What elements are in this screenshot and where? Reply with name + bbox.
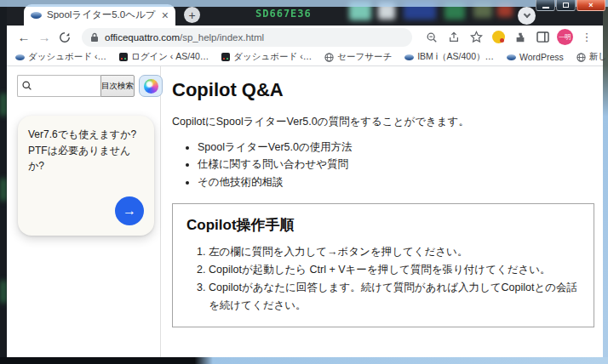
browser-tab[interactable]: Spoolライター5.0ヘルプ × (24, 4, 175, 26)
extensions-puzzle-icon[interactable] (511, 28, 530, 47)
window-frame-bottom (0, 357, 608, 364)
disc-favicon-icon (507, 54, 516, 60)
window-title-glass-strip (0, 0, 608, 7)
bookmark-item[interactable]: ダッシュボード ‹… (15, 51, 106, 63)
background-terminal-text: SD667E36 (255, 8, 312, 20)
zoom-icon[interactable] (422, 28, 441, 47)
terminal-glow (1, 179, 6, 201)
dark-app-favicon-icon (119, 53, 128, 61)
help-article: Copilot Q&A CopilotにSpoolライターVer5.0の質問をす… (161, 66, 603, 357)
procedure-step: Copilotが起動したら Ctrl + Vキーを押して質問を張り付けてください… (209, 261, 580, 279)
procedure-title: Copilot操作手順 (186, 215, 580, 235)
background-app-left-edge (0, 0, 7, 364)
desktop: SD667E36 Spoolライター5.0ヘルプ × + ← → (0, 0, 608, 364)
bookmark-item[interactable]: IBM i（AS/400）… (404, 51, 494, 63)
feature-item: その他技術的相談 (198, 173, 596, 191)
bookmark-item[interactable]: セーフサーチ (324, 51, 392, 63)
procedure-steps: 左の欄に質問を入力して→ボタンを押してください。 Copilotが起動したら C… (186, 243, 580, 315)
tab-close-icon[interactable]: × (162, 9, 169, 21)
procedure-step: Copilotがあなたに回答します。続けて質問があれば入力してCopilotとの… (209, 279, 580, 315)
question-line-2: PTFは必要ありませんか? (28, 143, 144, 174)
feature-item: SpoolライターVer5.0の使用方法 (198, 139, 596, 156)
procedure-box: Copilot操作手順 左の欄に質問を入力して→ボタンを押してください。 Cop… (172, 203, 594, 327)
share-icon[interactable] (445, 28, 463, 47)
disc-favicon-icon (404, 54, 414, 60)
close-button[interactable]: × (576, 0, 605, 11)
refresh-button[interactable] (54, 27, 75, 48)
help-sidebar: 目次検索 Ver7.6でも使えますか? PTFは必要ありませんか? → (7, 66, 161, 357)
tab-favicon-disc-icon (31, 12, 42, 19)
terminal-glow (1, 94, 6, 116)
search-icon (21, 80, 32, 91)
url-domain: officequattro.com (105, 32, 180, 43)
maximize-button[interactable] (556, 0, 576, 11)
send-question-button[interactable]: → (115, 196, 144, 225)
toc-search-row: 目次検索 (17, 75, 163, 97)
dark-app-favicon-icon (221, 53, 230, 61)
lock-icon (90, 32, 99, 43)
profile-avatar[interactable]: 一明 (555, 28, 574, 47)
bookmark-star-icon[interactable] (467, 28, 485, 47)
tab-search-button[interactable] (518, 7, 536, 25)
tab-title: Spoolライター5.0ヘルプ (47, 9, 157, 21)
browser-toolbar: ← → officequattro.com/sp_help/index.html (7, 26, 603, 48)
bookmark-item[interactable]: 新しいタブ (576, 51, 608, 63)
bookmark-item[interactable]: WordPress (507, 52, 564, 62)
browser-window: SD667E36 Spoolライター5.0ヘルプ × + ← → (7, 0, 603, 357)
address-bar[interactable]: officequattro.com/sp_help/index.html (82, 28, 412, 47)
bookmarks-bar: ダッシュボード ‹… ログイン ‹ AS/40… ダッシュボード ‹… セーフサ… (7, 48, 603, 66)
feature-list: SpoolライターVer5.0の使用方法 仕様に関する問い合わせや質問 その他技… (172, 139, 596, 191)
window-controls: × (535, 0, 605, 11)
url-path: /sp_help/index.html (180, 32, 264, 43)
browser-menu-icon[interactable]: ⋮ (577, 28, 596, 47)
chevron-down-icon (523, 11, 530, 18)
minimize-button[interactable] (536, 0, 555, 11)
question-line-1: Ver7.6でも使えますか? (28, 127, 144, 143)
new-tab-button[interactable]: + (184, 7, 200, 23)
procedure-step: 左の欄に質問を入力して→ボタンを押してください。 (209, 243, 580, 261)
disc-favicon-icon (15, 54, 25, 60)
page-content: 目次検索 Ver7.6でも使えますか? PTFは必要ありませんか? → Copi… (7, 66, 603, 357)
bookmark-item[interactable]: ダッシュボード ‹… (221, 51, 312, 63)
page-title: Copilot Q&A (172, 79, 596, 101)
globe-favicon-icon (324, 53, 334, 62)
intro-text: CopilotにSpoolライターVer5.0の質問をすることができます。 (172, 115, 596, 129)
copilot-logo-icon (144, 79, 158, 94)
back-button[interactable]: ← (14, 27, 34, 48)
globe-favicon-icon (576, 53, 586, 62)
copilot-button[interactable] (139, 75, 163, 97)
forward-button[interactable]: → (34, 27, 54, 48)
copilot-question-card[interactable]: Ver7.6でも使えますか? PTFは必要ありませんか? → (18, 116, 154, 236)
feature-item: 仕様に関する問い合わせや質問 (198, 156, 596, 173)
extension-badge-icon[interactable] (489, 28, 508, 47)
side-panel-icon[interactable] (533, 28, 552, 47)
terminal-glow (1, 281, 6, 303)
toc-search-button[interactable]: 目次検索 (100, 75, 135, 97)
bookmark-item[interactable]: ログイン ‹ AS/40… (119, 51, 209, 63)
